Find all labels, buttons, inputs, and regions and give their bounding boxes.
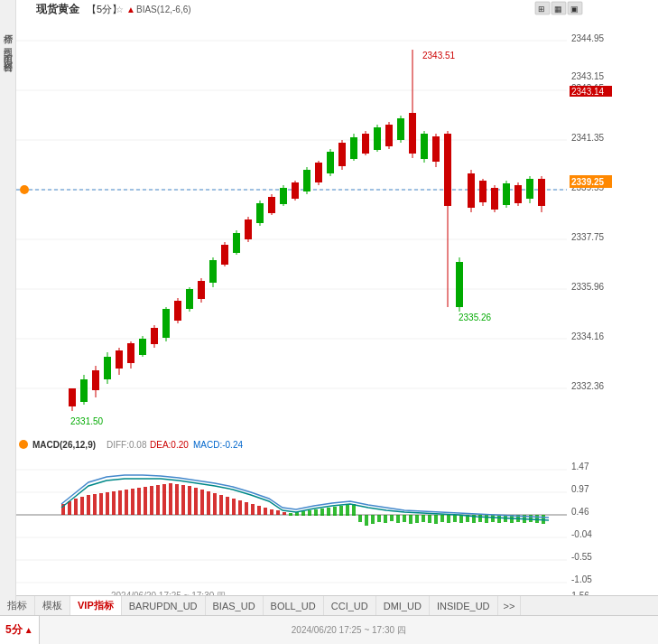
svg-rect-167	[270, 509, 273, 515]
svg-rect-149	[156, 485, 160, 515]
svg-rect-140	[99, 493, 103, 515]
svg-rect-67	[327, 152, 334, 173]
tab-more[interactable]: >>	[498, 596, 522, 615]
svg-text:2331.50: 2331.50	[70, 416, 104, 426]
svg-text:2343.14: 2343.14	[571, 87, 605, 97]
svg-text:2344.95: 2344.95	[571, 33, 605, 43]
svg-rect-43	[186, 289, 193, 309]
svg-rect-53	[245, 219, 252, 239]
tab-inside-ud[interactable]: INSIDE_UD	[430, 596, 498, 615]
svg-rect-169	[283, 512, 286, 515]
svg-rect-84	[421, 134, 428, 159]
svg-rect-166	[264, 508, 267, 515]
svg-rect-161	[232, 499, 236, 515]
svg-rect-196	[453, 515, 457, 522]
svg-text:0.97: 0.97	[571, 484, 589, 494]
svg-rect-192	[428, 515, 431, 523]
svg-rect-61	[292, 182, 299, 199]
macd-chart-svg: MACD(26,12,9) DIFF:0.08 DEA:0.20 MACD:-0…	[16, 434, 612, 601]
svg-rect-191	[422, 515, 425, 522]
svg-rect-182	[365, 515, 368, 526]
svg-rect-158	[213, 493, 217, 515]
svg-rect-172	[301, 511, 305, 516]
svg-rect-33	[127, 343, 134, 363]
svg-rect-59	[280, 188, 287, 204]
svg-text:2335.26: 2335.26	[459, 313, 492, 322]
svg-rect-147	[144, 487, 147, 515]
svg-rect-90	[456, 262, 463, 307]
svg-text:2343.51: 2343.51	[422, 51, 456, 61]
svg-text:MACD:-0.24: MACD:-0.24	[193, 440, 243, 450]
svg-rect-194	[440, 515, 444, 522]
svg-rect-137	[80, 497, 84, 515]
svg-text:-0.55: -0.55	[571, 552, 592, 562]
svg-rect-148	[150, 486, 153, 515]
svg-rect-152	[175, 484, 179, 515]
svg-text:1.47: 1.47	[571, 462, 589, 471]
svg-text:0.46: 0.46	[571, 507, 589, 517]
svg-rect-142	[112, 491, 116, 515]
left-sidebar: 指标 K线图 闪电图 合约资料	[0, 0, 16, 601]
svg-text:▦: ▦	[554, 5, 562, 14]
svg-rect-145	[131, 489, 134, 515]
svg-text:2335.96: 2335.96	[571, 282, 605, 292]
svg-rect-156	[200, 490, 204, 515]
svg-text:2343.15: 2343.15	[571, 71, 605, 81]
svg-rect-164	[251, 504, 255, 515]
svg-rect-185	[384, 515, 387, 523]
svg-rect-153	[181, 485, 185, 515]
sidebar-item-kline[interactable]: K线图	[2, 34, 14, 41]
svg-point-122	[19, 440, 28, 449]
svg-rect-88	[444, 134, 451, 206]
svg-text:⊞: ⊞	[538, 5, 545, 14]
svg-rect-31	[116, 350, 123, 369]
svg-rect-138	[87, 495, 90, 515]
svg-text:-1.05: -1.05	[571, 574, 592, 584]
svg-text:DEA:0.20: DEA:0.20	[150, 440, 189, 450]
main-chart-svg: 现货黄金 【5分】 ☆ ▲ BIAS(12,-6,6) ⊞ ▦ ▣	[16, 0, 612, 434]
svg-rect-81	[409, 113, 416, 154]
tab-bias-ud[interactable]: BIAS_UD	[206, 596, 264, 615]
svg-rect-63	[303, 170, 310, 191]
svg-rect-27	[92, 370, 99, 390]
svg-rect-190	[415, 515, 419, 523]
svg-rect-95	[479, 181, 487, 202]
timeframe-5min[interactable]: 5分 ▲	[0, 616, 40, 644]
svg-rect-51	[233, 233, 240, 253]
svg-text:2332.36: 2332.36	[571, 381, 605, 391]
svg-rect-41	[174, 301, 181, 321]
svg-rect-179	[346, 505, 349, 516]
svg-rect-174	[314, 509, 318, 516]
svg-rect-143	[118, 490, 122, 515]
svg-text:☆: ☆	[116, 5, 124, 14]
tab-vip-zhibiao[interactable]: VIP指标	[70, 596, 122, 615]
svg-rect-197	[459, 515, 463, 523]
svg-rect-201	[485, 515, 488, 523]
tab-moban[interactable]: 模板	[35, 596, 70, 615]
svg-rect-177	[333, 507, 337, 516]
svg-text:MACD(26,12,9): MACD(26,12,9)	[32, 440, 96, 450]
svg-rect-101	[514, 185, 522, 203]
svg-rect-37	[151, 328, 158, 344]
svg-rect-71	[350, 137, 357, 159]
svg-rect-47	[209, 260, 217, 283]
tab-cci-ud[interactable]: CCI_UD	[324, 596, 376, 615]
chart-container: 指标 K线图 闪电图 合约资料 现货黄金 【5分】 ☆ ▲ BIAS(12,-6…	[0, 0, 658, 644]
svg-rect-157	[207, 491, 210, 515]
svg-rect-162	[238, 500, 242, 515]
svg-rect-75	[374, 127, 381, 150]
svg-rect-29	[104, 357, 111, 379]
svg-rect-65	[315, 163, 322, 182]
svg-rect-180	[352, 504, 356, 516]
svg-rect-105	[538, 179, 545, 206]
svg-point-120	[20, 185, 29, 194]
svg-rect-151	[169, 483, 172, 515]
svg-rect-193	[434, 515, 438, 524]
svg-rect-93	[468, 173, 475, 208]
tab-dmi-ud[interactable]: DMI_UD	[376, 596, 430, 615]
svg-rect-165	[257, 506, 261, 515]
tab-boll-ud[interactable]: BOLL_UD	[264, 596, 324, 615]
svg-text:▲: ▲	[126, 5, 135, 14]
svg-text:2339.25: 2339.25	[571, 177, 605, 187]
tab-barupdn[interactable]: BARUPDN_UD	[122, 596, 206, 615]
